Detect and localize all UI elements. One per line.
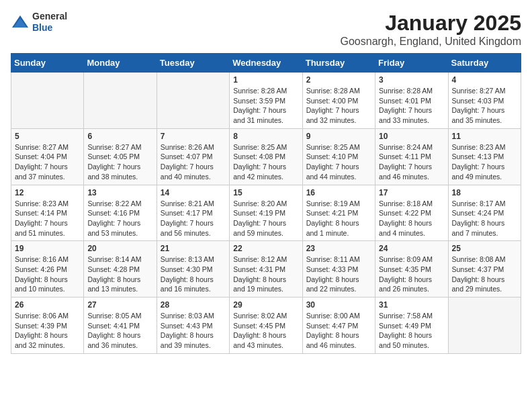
column-header-monday: Monday [84,54,157,73]
header-row: SundayMondayTuesdayWednesdayThursdayFrid… [11,54,521,73]
day-number: 20 [87,244,152,253]
day-cell: 30Sunrise: 8:00 AMSunset: 4:47 PMDayligh… [302,298,375,354]
day-info: Sunrise: 8:21 AMSunset: 4:17 PMDaylight:… [161,199,226,238]
day-info: Sunrise: 8:12 AMSunset: 4:31 PMDaylight:… [233,255,298,294]
day-cell: 25Sunrise: 8:08 AMSunset: 4:37 PMDayligh… [448,241,521,298]
day-number: 21 [161,244,226,253]
day-cell: 29Sunrise: 8:02 AMSunset: 4:45 PMDayligh… [230,298,302,354]
day-cell [448,298,521,354]
day-number: 22 [233,244,298,253]
day-info: Sunrise: 8:11 AMSunset: 4:33 PMDaylight:… [306,255,371,294]
day-info: Sunrise: 8:25 AMSunset: 4:08 PMDaylight:… [233,142,298,182]
logo: General Blue [11,11,67,34]
day-number: 16 [306,188,371,197]
day-number: 28 [161,300,226,310]
day-cell: 2Sunrise: 8:28 AMSunset: 4:00 PMDaylight… [302,73,375,129]
day-info: Sunrise: 8:27 AMSunset: 4:03 PMDaylight:… [452,86,517,126]
day-cell: 3Sunrise: 8:28 AMSunset: 4:01 PMDaylight… [375,73,448,129]
day-number: 10 [379,132,444,141]
logo-general: General [32,11,67,21]
day-number: 6 [87,132,152,141]
day-number: 27 [87,300,152,310]
day-number: 15 [233,188,298,197]
day-number: 23 [306,244,371,253]
day-cell: 11Sunrise: 8:23 AMSunset: 4:13 PMDayligh… [448,128,521,185]
logo-icon [11,13,30,32]
day-info: Sunrise: 8:08 AMSunset: 4:37 PMDaylight:… [452,255,517,294]
day-info: Sunrise: 8:18 AMSunset: 4:22 PMDaylight:… [379,199,444,238]
day-info: Sunrise: 8:20 AMSunset: 4:19 PMDaylight:… [233,199,298,238]
day-cell: 12Sunrise: 8:23 AMSunset: 4:14 PMDayligh… [11,185,84,241]
day-cell: 4Sunrise: 8:27 AMSunset: 4:03 PMDaylight… [448,73,521,129]
day-cell: 23Sunrise: 8:11 AMSunset: 4:33 PMDayligh… [302,241,375,298]
day-cell: 28Sunrise: 8:03 AMSunset: 4:43 PMDayligh… [157,298,229,354]
day-cell: 26Sunrise: 8:06 AMSunset: 4:39 PMDayligh… [11,298,84,354]
day-info: Sunrise: 8:27 AMSunset: 4:05 PMDaylight:… [87,142,152,182]
day-info: Sunrise: 8:02 AMSunset: 4:45 PMDaylight:… [233,311,298,351]
day-cell: 18Sunrise: 8:17 AMSunset: 4:24 PMDayligh… [448,185,521,241]
column-header-wednesday: Wednesday [230,54,302,73]
day-cell: 15Sunrise: 8:20 AMSunset: 4:19 PMDayligh… [230,185,302,241]
day-cell [84,73,157,129]
day-info: Sunrise: 8:14 AMSunset: 4:28 PMDaylight:… [87,255,152,294]
week-row-3: 12Sunrise: 8:23 AMSunset: 4:14 PMDayligh… [11,185,521,241]
day-number: 19 [15,244,80,253]
day-cell: 6Sunrise: 8:27 AMSunset: 4:05 PMDaylight… [84,128,157,185]
column-header-thursday: Thursday [302,54,375,73]
day-info: Sunrise: 8:03 AMSunset: 4:43 PMDaylight:… [161,311,226,351]
day-info: Sunrise: 8:27 AMSunset: 4:04 PMDaylight:… [15,142,80,182]
week-row-2: 5Sunrise: 8:27 AMSunset: 4:04 PMDaylight… [11,128,521,185]
day-number: 17 [379,188,444,197]
day-cell: 17Sunrise: 8:18 AMSunset: 4:22 PMDayligh… [375,185,448,241]
day-cell: 24Sunrise: 8:09 AMSunset: 4:35 PMDayligh… [375,241,448,298]
day-number: 3 [379,75,444,85]
day-info: Sunrise: 8:26 AMSunset: 4:07 PMDaylight:… [161,142,226,182]
day-cell [157,73,229,129]
day-number: 9 [306,132,371,141]
day-info: Sunrise: 8:22 AMSunset: 4:16 PMDaylight:… [87,199,152,238]
day-number: 14 [161,188,226,197]
day-number: 11 [452,132,517,141]
day-info: Sunrise: 8:19 AMSunset: 4:21 PMDaylight:… [306,199,371,238]
column-header-friday: Friday [375,54,448,73]
day-info: Sunrise: 8:28 AMSunset: 3:59 PMDaylight:… [233,86,298,126]
day-cell [11,73,84,129]
day-info: Sunrise: 8:28 AMSunset: 4:00 PMDaylight:… [306,86,371,126]
day-cell: 16Sunrise: 8:19 AMSunset: 4:21 PMDayligh… [302,185,375,241]
column-header-tuesday: Tuesday [157,54,229,73]
day-info: Sunrise: 8:06 AMSunset: 4:39 PMDaylight:… [15,311,80,351]
day-number: 29 [233,300,298,310]
day-cell: 22Sunrise: 8:12 AMSunset: 4:31 PMDayligh… [230,241,302,298]
day-cell: 7Sunrise: 8:26 AMSunset: 4:07 PMDaylight… [157,128,229,185]
title-area: January 2025 Goosnargh, England, United … [340,11,521,48]
day-cell: 20Sunrise: 8:14 AMSunset: 4:28 PMDayligh… [84,241,157,298]
day-info: Sunrise: 8:09 AMSunset: 4:35 PMDaylight:… [379,255,444,294]
day-number: 1 [233,75,298,85]
day-number: 4 [452,75,517,85]
calendar-title: January 2025 [340,11,521,36]
day-number: 5 [15,132,80,141]
day-info: Sunrise: 7:58 AMSunset: 4:49 PMDaylight:… [379,311,444,351]
day-number: 24 [379,244,444,253]
day-number: 12 [15,188,80,197]
page-header: General Blue January 2025 Goosnargh, Eng… [11,11,521,48]
day-cell: 21Sunrise: 8:13 AMSunset: 4:30 PMDayligh… [157,241,229,298]
day-info: Sunrise: 8:17 AMSunset: 4:24 PMDaylight:… [452,199,517,238]
week-row-5: 26Sunrise: 8:06 AMSunset: 4:39 PMDayligh… [11,298,521,354]
day-info: Sunrise: 8:23 AMSunset: 4:13 PMDaylight:… [452,142,517,182]
calendar-subtitle: Goosnargh, England, United Kingdom [340,36,521,48]
logo-text: General Blue [32,11,67,34]
day-cell: 31Sunrise: 7:58 AMSunset: 4:49 PMDayligh… [375,298,448,354]
day-cell: 19Sunrise: 8:16 AMSunset: 4:26 PMDayligh… [11,241,84,298]
day-info: Sunrise: 8:16 AMSunset: 4:26 PMDaylight:… [15,255,80,294]
logo-blue: Blue [32,22,52,33]
day-number: 26 [15,300,80,310]
day-cell: 27Sunrise: 8:05 AMSunset: 4:41 PMDayligh… [84,298,157,354]
day-cell: 1Sunrise: 8:28 AMSunset: 3:59 PMDaylight… [230,73,302,129]
column-header-saturday: Saturday [448,54,521,73]
day-cell: 14Sunrise: 8:21 AMSunset: 4:17 PMDayligh… [157,185,229,241]
day-cell: 5Sunrise: 8:27 AMSunset: 4:04 PMDaylight… [11,128,84,185]
day-number: 31 [379,300,444,310]
day-cell: 13Sunrise: 8:22 AMSunset: 4:16 PMDayligh… [84,185,157,241]
day-info: Sunrise: 8:00 AMSunset: 4:47 PMDaylight:… [306,311,371,351]
